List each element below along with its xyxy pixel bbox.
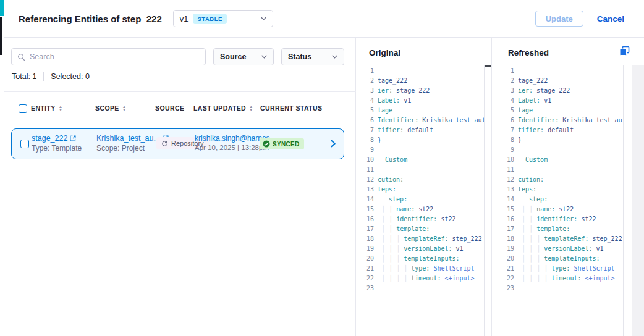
total-count: Total: 1 [12,72,36,81]
code-line: 12cution: [492,175,623,185]
scope-link[interactable]: Krishika_test_au... [96,134,160,143]
source-filter-label: Source [220,52,246,61]
code-line: 2tage_222 [492,76,623,86]
status-filter-label: Status [288,52,311,61]
search-input[interactable] [30,52,200,61]
status-badge-label: SYNCED [273,141,299,148]
code-line: 8} [356,135,484,145]
column-header-last-updated: LAST UPDATED [193,104,246,112]
stable-badge: STABLE [193,14,226,24]
code-line: 13teps: [492,185,623,195]
code-line: 11 [356,165,484,175]
search-box [11,48,206,65]
divider [515,65,632,65]
nav-edge-dark [0,17,2,55]
code-line: 1 [356,66,484,76]
original-code-editor[interactable]: 12tage_2223ier: stage_2224Label: v15tage… [356,66,484,336]
code-line: 19 │ │ │ versionLabel: v1 [356,244,484,254]
editor-scrollbar-track [484,65,485,336]
entity-type: Type: Template [32,144,82,153]
code-line: 18 │ │ │ templateRef: step_222 [492,234,623,244]
row-chevron[interactable] [328,139,337,151]
column-header-source: SOURCE [155,104,184,112]
version-value: v1 [180,14,189,23]
code-line: 16 │ │ identifier: st22 [356,214,484,224]
chevron-down-icon [332,55,337,59]
results-summary: Total: 1 Selected: 0 [12,72,90,81]
refreshed-pane-title: Refreshed [508,48,549,57]
status-badge: SYNCED [260,138,304,149]
check-circle-icon [263,140,270,148]
code-line: 19 │ │ │ versionLabel: v1 [492,244,623,254]
entity-link[interactable]: stage_222 [32,134,67,143]
code-line: 13teps: [356,185,484,195]
code-line: 6Identifier: Krishika_test_aut [356,116,484,125]
code-line: 9 [492,145,623,155]
horizontal-scrollbar-thumb[interactable] [484,65,491,67]
code-line: 18 │ │ │ templateRef: step_222 [356,234,484,244]
column-header-current-status: CURRENT STATUS [260,104,322,112]
sort-scope-button[interactable]: ▲▼ [122,105,127,111]
original-pane-title: Original [369,48,400,57]
modal-header: Referencing Entities of step_222 v1 STAB… [4,0,644,38]
code-line: 20 │ │ │ templateInputs: [492,254,623,264]
cancel-button[interactable]: Cancel [597,14,624,23]
refreshed-code-editor[interactable]: 12tage_2223ier: stage_2224Label: v15tage… [492,66,623,336]
code-line: 17 │ │ template: [356,224,484,234]
table-row[interactable]: stage_222 Type: Template Krishika_test_a… [11,128,344,159]
code-line: 3ier: stage_222 [356,86,484,96]
selected-count: Selected: 0 [51,72,90,81]
code-line: 4Label: v1 [492,96,623,106]
code-line: 20 │ │ │ templateInputs: [356,254,484,264]
divider [43,72,44,81]
editor-overview-gutter [632,65,644,336]
column-header-scope: SCOPE [95,104,119,112]
code-line: 12cution: [356,175,484,185]
code-line: 5tage [492,106,623,116]
diff-pane-original: Original 12tage_2223ier: stage_2224Label… [356,38,491,336]
code-line: 6Identifier: Krishika_test_aut [492,116,623,125]
code-line: 17 │ │ template: [492,224,623,234]
code-line: 22 │ │ │ │ timeout: <+input> [356,274,484,284]
external-link-icon [70,135,76,141]
code-line: 3ier: stage_222 [492,86,623,96]
status-filter-dropdown[interactable]: Status [281,48,344,65]
copy-icon[interactable] [619,46,630,57]
table-header: ENTITY ▲▼ SCOPE ▲▼ SOURCE LAST UPDATED ▲… [4,104,355,119]
nav-edge-teal [0,0,4,16]
code-line: 22 │ │ │ │ timeout: <+input> [492,274,623,284]
code-line: 14 - step: [356,195,484,204]
code-line: 21 │ │ │ │ type: ShellScript [356,264,484,274]
code-line: 9 [356,145,484,155]
chevron-down-icon [261,17,266,20]
diff-pane-refreshed: Refreshed 12tage_2223ier: stage_2224Labe… [491,38,632,336]
code-line: 10 Custom [492,155,623,165]
chevron-down-icon [261,55,267,59]
code-line: 16 │ │ identifier: st22 [492,214,623,224]
update-button[interactable]: Update [535,10,583,27]
search-icon [17,53,25,61]
editor-scrollbar-track [623,65,624,336]
version-select[interactable]: v1 STABLE [173,10,273,27]
code-line: 7tifier: default [356,125,484,135]
code-line: 7tifier: default [492,125,623,135]
row-checkbox[interactable] [20,140,29,148]
code-line: 1 [492,66,623,76]
code-line: 2tage_222 [356,76,484,86]
referencing-entities-panel: Source Status Total: 1 Selected: 0 ENTIT… [4,38,356,336]
divider [372,65,491,65]
code-line: 15 │ │ name: st22 [356,204,484,214]
column-header-entity: ENTITY [31,104,56,112]
code-line: 21 │ │ │ │ type: ShellScript [492,264,623,274]
select-all-checkbox[interactable] [19,104,27,113]
repository-icon [161,140,168,147]
code-line: 23 [492,284,623,293]
sort-last-updated-button[interactable]: ▲▼ [249,105,253,111]
code-line: 11 [492,165,623,175]
page-title: Referencing Entities of step_222 [19,14,162,24]
source-filter-dropdown[interactable]: Source [213,48,274,65]
code-line: 10 Custom [356,155,484,165]
sort-entity-button[interactable]: ▲▼ [59,105,63,111]
code-line: 8} [492,135,623,145]
code-line: 5tage [356,106,484,116]
